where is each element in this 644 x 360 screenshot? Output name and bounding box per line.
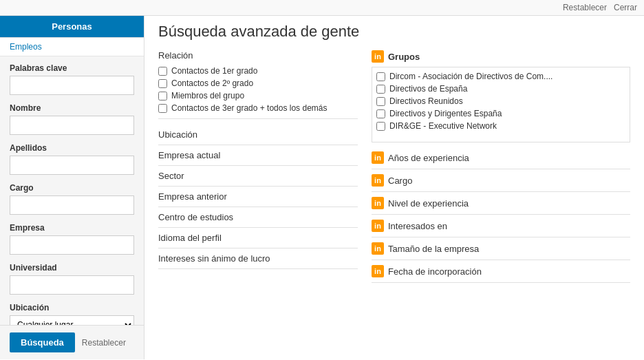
premium-item-anos-experiencia[interactable]: in Años de experiencia xyxy=(372,147,630,169)
top-bar: Restablecer Cerrar xyxy=(0,0,644,16)
grupo-label-3: Directivos y Dirigentes España xyxy=(389,109,502,118)
in-badge-anos: in xyxy=(372,151,384,164)
form-group-empresa: Empresa xyxy=(10,223,134,255)
premium-label-fecha: Fecha de incorporación xyxy=(388,266,482,277)
group-item-2: Directivos Reunidos xyxy=(376,95,625,107)
form-group-ubicacion: Ubicación Cualquier lugar xyxy=(10,303,134,325)
premium-item-interesados[interactable]: in Interesados en xyxy=(372,215,630,237)
in-badge-interesados: in xyxy=(372,220,384,232)
premium-item-tamano[interactable]: in Tamaño de la empresa xyxy=(372,237,630,260)
input-apellidos[interactable] xyxy=(10,156,134,175)
input-universidad[interactable] xyxy=(10,275,134,295)
filters-column: Relación Contactos de 1er grado Contacto… xyxy=(158,50,358,352)
check-grupo-2[interactable] xyxy=(376,97,385,106)
grupos-scroll-area[interactable]: Dircom - Asociación de Directivos de Com… xyxy=(372,67,630,142)
cerrar-link[interactable]: Cerrar xyxy=(614,3,637,12)
relacion-title: Relación xyxy=(158,50,358,61)
main-content: Búsqueda avanzada de gente Relación Cont… xyxy=(144,16,644,359)
filter-ubicacion[interactable]: Ubicación xyxy=(158,125,358,145)
premium-title-grupos: Grupos xyxy=(388,52,420,62)
group-item-1: Directivos de España xyxy=(376,83,625,95)
filter-idioma-perfil[interactable]: Idioma del perfil xyxy=(158,228,358,248)
premium-item-fecha[interactable]: in Fecha de incorporación xyxy=(372,260,630,283)
in-badge-tamano: in xyxy=(372,242,384,255)
premium-label-interesados: Interesados en xyxy=(388,221,447,231)
checkbox-miembros-grupo: Miembros del grupo xyxy=(158,91,358,100)
group-item-3: Directivos y Dirigentes España xyxy=(376,107,625,120)
premium-label-tamano: Tamaño de la empresa xyxy=(388,244,479,254)
sidebar-form: Palabras clave Nombre Apellidos Cargo Em… xyxy=(0,56,144,325)
grupo-label-2: Directivos Reunidos xyxy=(389,96,463,106)
checkbox-3er-grado: Contactos de 3er grado + todos los demás xyxy=(158,103,358,113)
in-badge-grupos: in xyxy=(372,50,384,63)
filter-centro-estudios[interactable]: Centro de estudios xyxy=(158,207,358,228)
group-item-0: Dircom - Asociación de Directivos de Com… xyxy=(376,70,625,83)
premium-item-nivel-experiencia[interactable]: in Nivel de experiencia xyxy=(372,192,630,215)
premium-label-anos: Años de experiencia xyxy=(388,153,469,163)
premium-group-grupos: in Grupos Dircom - Asociación de Directi… xyxy=(372,50,630,142)
label-nombre: Nombre xyxy=(10,103,134,113)
restablecer-link[interactable]: Restablecer xyxy=(563,3,607,12)
page-title: Búsqueda avanzada de gente xyxy=(158,23,630,41)
select-ubicacion[interactable]: Cualquier lugar xyxy=(10,315,134,325)
check-grupo-3[interactable] xyxy=(376,109,385,118)
label-palabras-clave: Palabras clave xyxy=(10,63,134,73)
grupo-label-1: Directivos de España xyxy=(389,84,467,94)
form-group-palabras-clave: Palabras clave xyxy=(10,63,134,95)
divider-relacion xyxy=(158,118,358,119)
in-badge-cargo: in xyxy=(372,174,384,187)
sidebar-tab-row: Personas xyxy=(0,16,144,38)
check-grupo-0[interactable] xyxy=(376,72,385,81)
label-universidad: Universidad xyxy=(10,263,134,273)
sidebar-tab-personas[interactable]: Personas xyxy=(0,16,144,37)
sidebar-buttons: Búsqueda Restablecer xyxy=(0,325,144,359)
grupo-label-0: Dircom - Asociación de Directivos de Com… xyxy=(389,72,552,81)
label-apellidos: Apellidos xyxy=(10,143,134,153)
sidebar-subtab-empleos[interactable]: Empleos xyxy=(0,38,144,56)
filter-empresa-anterior[interactable]: Empresa anterior xyxy=(158,187,358,207)
search-button[interactable]: Búsqueda xyxy=(10,332,75,352)
filter-intereses-animo-lucro[interactable]: Intereses sin ánimo de lucro xyxy=(158,248,358,269)
group-item-4: DIR&GE - Executive Network xyxy=(376,120,625,132)
in-badge-fecha: in xyxy=(372,265,384,277)
check-miembros-grupo[interactable] xyxy=(158,92,167,100)
in-badge-nivel: in xyxy=(372,197,384,209)
input-nombre[interactable] xyxy=(10,116,134,135)
label-3er-grado: Contactos de 3er grado + todos los demás xyxy=(171,103,327,113)
form-group-apellidos: Apellidos xyxy=(10,143,134,175)
label-2o-grado: Contactos de 2º grado xyxy=(171,78,253,88)
content-columns: Relación Contactos de 1er grado Contacto… xyxy=(158,50,630,352)
filter-sector[interactable]: Sector xyxy=(158,166,358,187)
form-group-nombre: Nombre xyxy=(10,103,134,135)
checkbox-2o-grado: Contactos de 2º grado xyxy=(158,78,358,88)
premium-item-cargo[interactable]: in Cargo xyxy=(372,169,630,192)
restablecer-sidebar-button[interactable]: Restablecer xyxy=(82,338,126,348)
input-cargo[interactable] xyxy=(10,195,134,215)
check-grupo-1[interactable] xyxy=(376,85,385,94)
main-container: Personas Empleos Palabras clave Nombre A… xyxy=(0,16,644,359)
label-ubicacion: Ubicación xyxy=(10,303,134,313)
check-3er-grado[interactable] xyxy=(158,104,167,113)
premium-column: in Grupos Dircom - Asociación de Directi… xyxy=(372,50,630,352)
form-group-universidad: Universidad xyxy=(10,263,134,295)
form-group-cargo: Cargo xyxy=(10,183,134,215)
label-miembros-grupo: Miembros del grupo xyxy=(171,91,244,100)
check-1er-grado[interactable] xyxy=(158,67,167,76)
input-empresa[interactable] xyxy=(10,235,134,255)
premium-label-cargo: Cargo xyxy=(388,176,412,186)
label-empresa: Empresa xyxy=(10,223,134,233)
checkbox-1er-grado: Contactos de 1er grado xyxy=(158,66,358,76)
premium-label-nivel: Nivel de experiencia xyxy=(388,198,469,209)
filter-empresa-actual[interactable]: Empresa actual xyxy=(158,145,358,166)
sidebar: Personas Empleos Palabras clave Nombre A… xyxy=(0,16,144,359)
label-cargo: Cargo xyxy=(10,183,134,193)
grupo-label-4: DIR&GE - Executive Network xyxy=(389,121,497,131)
label-1er-grado: Contactos de 1er grado xyxy=(171,66,257,76)
check-2o-grado[interactable] xyxy=(158,79,167,88)
check-grupo-4[interactable] xyxy=(376,122,385,131)
input-palabras-clave[interactable] xyxy=(10,76,134,95)
premium-header-grupos: in Grupos xyxy=(372,50,630,63)
